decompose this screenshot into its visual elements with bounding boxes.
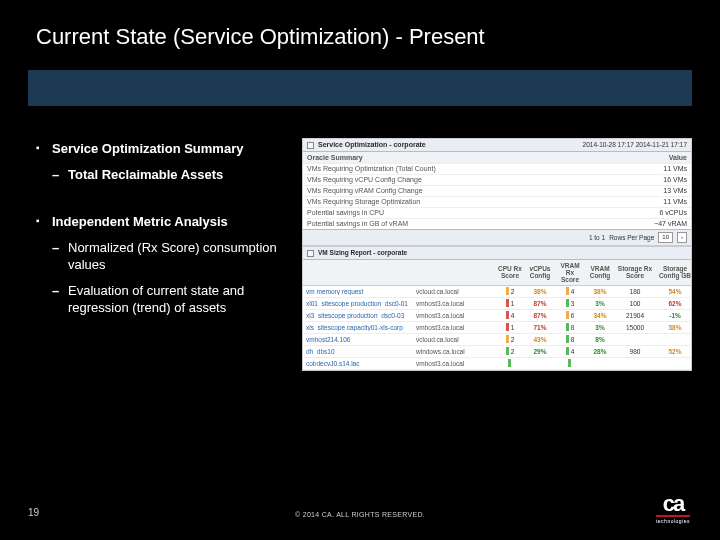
summary-panel-title: Service Optimization - corporate (318, 141, 426, 148)
bullet-1: Service Optimization Summary Total Recla… (36, 140, 286, 183)
sizing-row: cobdecvJ0.s14.lacvmhost3.ca.local (303, 358, 691, 370)
bullet-2-sub-1: Normalized (Rx Score) consumption values (52, 239, 286, 274)
sizing-panel-header: VM Sizing Report - corporate (303, 247, 691, 260)
bullet-2-text: Independent Metric Analysis (52, 214, 228, 229)
summary-panel-header: Service Optimization - corporate 2014-10… (303, 139, 691, 152)
summary-rows: VMs Requiring Optimization (Total Count)… (303, 163, 691, 229)
vm-name-link[interactable]: xl3_sitescope production_dsc0-03 (305, 312, 415, 319)
vm-name-link[interactable]: vm memory request (305, 288, 415, 295)
rows-per-page-select[interactable]: 10 (658, 232, 673, 243)
rows-per-page-label: Rows Per Page (609, 234, 654, 241)
bullet-1-sub-1: Total Reclaimable Assets (52, 166, 286, 184)
body-text: Service Optimization Summary Total Recla… (36, 140, 286, 347)
vm-name-link[interactable]: dh_dbs10 (305, 348, 415, 355)
copyright: © 2014 CA. ALL RIGHTS RESERVED. (0, 511, 720, 518)
bullet-2-sub-2: Evaluation of current state and regressi… (52, 282, 286, 317)
bullet-1-text: Service Optimization Summary (52, 141, 243, 156)
bullet-2: Independent Metric Analysis Normalized (… (36, 213, 286, 317)
summary-panel-date: 2014-10-28 17:17 2014-11-21 17:17 (583, 141, 687, 148)
pager-next-icon[interactable]: › (677, 232, 687, 243)
summary-footer: 1 to 1 Rows Per Page 10 › (303, 229, 691, 245)
summary-columns: Oracle Summary Value (303, 152, 691, 163)
sizing-rows: vm memory requestvcloud.ca.local238%438%… (303, 286, 691, 370)
ca-logo-sub: technologies (656, 515, 690, 524)
ca-logo-text: ca (663, 494, 683, 514)
summary-col-2: Value (669, 154, 687, 161)
vm-name-link[interactable]: xl01_sitescope production_dsc0-01 (305, 300, 415, 307)
summary-panel: Service Optimization - corporate 2014-10… (302, 138, 692, 246)
sizing-row: xls_sitescope capacity01-xls-corpvmhost3… (303, 322, 691, 334)
collapse-icon[interactable] (307, 142, 314, 149)
sizing-row: vm memory requestvcloud.ca.local238%438%… (303, 286, 691, 298)
summary-row: Potential savings in CPU6 vCPUs (303, 207, 691, 218)
sizing-row: xl3_sitescope production_dsc0-03vmhost3.… (303, 310, 691, 322)
sizing-panel-title: VM Sizing Report - corporate (318, 249, 407, 256)
sizing-row: vmhost214.106vcloud.ca.local243%88% (303, 334, 691, 346)
vm-name-link[interactable]: xls_sitescope capacity01-xls-corp (305, 324, 415, 331)
summary-range: 1 to 1 (589, 234, 605, 241)
collapse-icon[interactable] (307, 250, 314, 257)
vm-name-link[interactable]: cobdecvJ0.s14.lac (305, 360, 415, 367)
vm-name-link[interactable]: vmhost214.106 (305, 336, 415, 343)
summary-row: VMs Requiring vRAM Config Change13 VMs (303, 185, 691, 196)
ca-logo: ca technologies (654, 494, 692, 526)
slide-title: Current State (Service Optimization) - P… (36, 24, 485, 50)
sizing-row: xl01_sitescope production_dsc0-01vmhost3… (303, 298, 691, 310)
summary-row: VMs Requiring Storage Optimization11 VMs (303, 196, 691, 207)
title-band (28, 70, 692, 106)
summary-row: Potential savings in GB of vRAM~47 vRAM (303, 218, 691, 229)
sizing-row: dh_dbs10windows.ca.local229%428%98052% (303, 346, 691, 358)
sizing-panel: VM Sizing Report - corporate CPU Rx Scor… (302, 246, 692, 371)
sizing-columns: CPU Rx ScorevCPUs ConfigVRAM Rx ScoreVRA… (303, 260, 691, 286)
summary-row: VMs Requiring vCPU Config Change16 VMs (303, 174, 691, 185)
summary-row: VMs Requiring Optimization (Total Count)… (303, 163, 691, 174)
summary-col-1: Oracle Summary (307, 154, 363, 161)
